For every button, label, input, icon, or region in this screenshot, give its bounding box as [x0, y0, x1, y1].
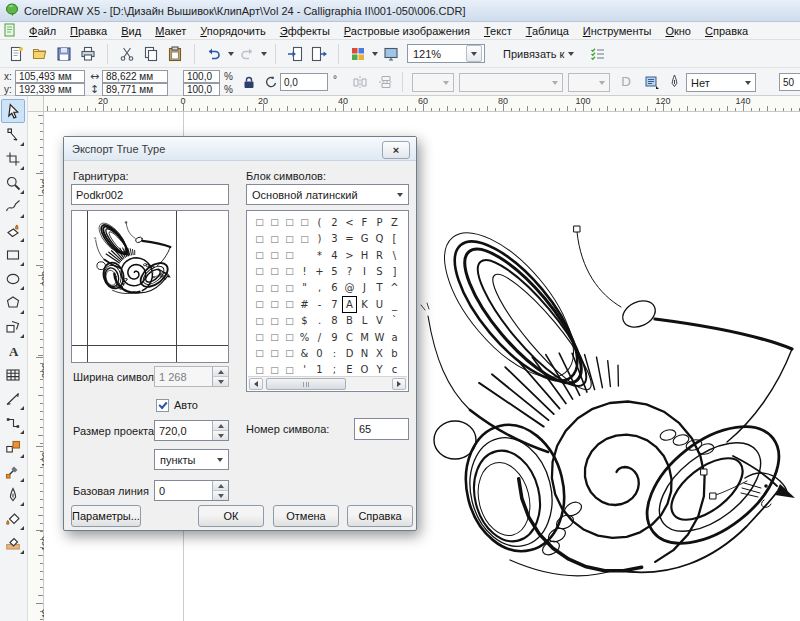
char-cell[interactable]: □	[297, 214, 312, 231]
char-cell[interactable]: >	[342, 247, 357, 264]
char-cell[interactable]: @	[342, 280, 357, 297]
menu-item-menu-bitmaps[interactable]: Растровые изображения	[337, 23, 477, 39]
character-grid[interactable]: □□□□(2<FPZ□□□□)3=GQ[□□□*4>HR\□□□!+5?IS]□…	[246, 210, 409, 392]
char-cell[interactable]: □	[267, 214, 282, 231]
table-tool[interactable]	[1, 363, 25, 387]
dialog-titlebar[interactable]: Экспорт True Type	[64, 137, 416, 161]
char-cell[interactable]: G	[357, 230, 372, 247]
project-size-field[interactable]: 720,0	[154, 420, 229, 441]
char-cell[interactable]: □	[267, 296, 282, 313]
lock-ratio-icon[interactable]	[243, 76, 255, 91]
char-cell[interactable]: 0	[312, 345, 327, 362]
help-button[interactable]: Справка	[347, 505, 413, 527]
auto-checkbox[interactable]	[156, 399, 169, 412]
char-cell[interactable]: P	[372, 214, 387, 231]
undo-icon[interactable]	[202, 43, 226, 65]
char-cell[interactable]: "	[297, 280, 312, 297]
char-cell[interactable]: C	[342, 329, 357, 346]
char-cell[interactable]: □	[267, 230, 282, 247]
snap-to-button[interactable]: Привязать к	[499, 46, 578, 62]
char-cell[interactable]: 1	[312, 362, 327, 379]
char-cell[interactable]: 3	[327, 230, 342, 247]
object-width-field[interactable]: 88,622 мм	[102, 70, 168, 83]
scale-y-field[interactable]: 100,0	[183, 83, 220, 96]
char-cell[interactable]: &	[297, 345, 312, 362]
calligraphic-bird-artwork[interactable]	[415, 188, 795, 578]
char-cell[interactable]: 4	[327, 247, 342, 264]
char-cell[interactable]: K	[357, 296, 372, 313]
char-cell[interactable]: □	[252, 296, 267, 313]
char-cell[interactable]: U	[372, 296, 387, 313]
char-cell[interactable]: S	[372, 263, 387, 280]
char-cell[interactable]: □	[267, 345, 282, 362]
options-button[interactable]: Параметры...	[71, 505, 141, 527]
clipped-right-field[interactable]: 50	[779, 73, 800, 91]
char-cell[interactable]: R	[372, 247, 387, 264]
char-cell[interactable]: W	[372, 329, 387, 346]
char-cell[interactable]: E	[342, 362, 357, 379]
char-cell[interactable]: 8	[327, 312, 342, 329]
crop-tool[interactable]	[1, 147, 25, 171]
char-cell[interactable]: )	[312, 230, 327, 247]
char-cell[interactable]: □	[297, 230, 312, 247]
char-cell[interactable]: /	[312, 329, 327, 346]
outline-width-combo[interactable]: Нет	[686, 73, 756, 92]
object-height-field[interactable]: 89,771 мм	[102, 83, 168, 96]
units-combo[interactable]: пункты	[154, 449, 229, 470]
fill-tool[interactable]	[1, 507, 25, 531]
char-cell[interactable]: □	[252, 247, 267, 264]
char-cell[interactable]: =	[342, 230, 357, 247]
char-cell[interactable]: ;	[327, 362, 342, 379]
cut-icon[interactable]	[115, 43, 139, 65]
char-cell[interactable]: Y	[372, 362, 387, 379]
menu-item-menu-view[interactable]: Вид	[114, 23, 148, 39]
project-size-spinner[interactable]	[212, 421, 228, 440]
char-cell[interactable]: □	[267, 247, 282, 264]
char-cell[interactable]: !	[297, 263, 312, 280]
char-cell[interactable]: □	[252, 230, 267, 247]
char-cell[interactable]: 6	[327, 280, 342, 297]
char-cell[interactable]: (	[312, 214, 327, 231]
char-cell[interactable]: H	[357, 247, 372, 264]
char-cell[interactable]: □	[267, 312, 282, 329]
char-cell[interactable]: \	[387, 247, 402, 264]
menu-item-menu-window[interactable]: Окно	[658, 23, 698, 39]
menu-item-menu-tools[interactable]: Инструменты	[576, 23, 659, 39]
rotation-angle-field[interactable]: 0,0	[280, 73, 328, 91]
char-cell[interactable]: □	[282, 214, 297, 231]
rectangle-tool[interactable]	[1, 243, 25, 267]
interactive-fill-tool[interactable]	[1, 531, 25, 555]
mirror-vertical-icon[interactable]	[378, 75, 394, 91]
char-cell[interactable]	[297, 247, 312, 264]
redo-dropdown-icon[interactable]	[259, 43, 268, 65]
horizontal-ruler[interactable]: 20020406080100120140	[44, 96, 800, 112]
char-cell[interactable]: □	[282, 312, 297, 329]
char-cell[interactable]: □	[267, 263, 282, 280]
outline-pen-tool[interactable]	[1, 483, 25, 507]
char-cell[interactable]: .	[312, 312, 327, 329]
polygon-tool[interactable]	[1, 291, 25, 315]
text-tool[interactable]: A	[1, 339, 25, 363]
char-cell[interactable]: ]	[387, 263, 402, 280]
char-cell[interactable]: %	[297, 329, 312, 346]
open-icon[interactable]	[28, 43, 52, 65]
menu-item-menu-file[interactable]: Файл	[22, 23, 63, 39]
char-cell[interactable]: □	[282, 296, 297, 313]
menu-item-menu-edit[interactable]: Правка	[63, 23, 114, 39]
char-cell[interactable]: D	[342, 345, 357, 362]
char-cell[interactable]: [	[387, 230, 402, 247]
app-launcher-dropdown-icon[interactable]	[370, 43, 379, 65]
mirror-horizontal-icon[interactable]	[352, 75, 368, 91]
char-cell[interactable]: '	[297, 362, 312, 379]
char-cell[interactable]: T	[372, 280, 387, 297]
char-cell[interactable]: V	[372, 312, 387, 329]
char-cell[interactable]: b	[387, 345, 402, 362]
menu-item-menu-text[interactable]: Текст	[477, 23, 519, 39]
menu-item-menu-layout[interactable]: Макет	[148, 23, 193, 39]
char-cell[interactable]: □	[282, 362, 297, 379]
char-cell[interactable]: □	[252, 362, 267, 379]
char-cell[interactable]: -	[312, 296, 327, 313]
connector-tool[interactable]	[1, 411, 25, 435]
paste-icon[interactable]	[163, 43, 187, 65]
font-name-field[interactable]: Podkr002	[71, 184, 229, 205]
